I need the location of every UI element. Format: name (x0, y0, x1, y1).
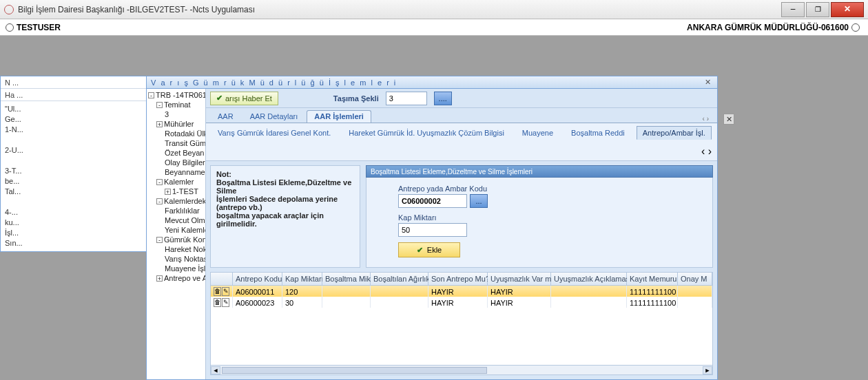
tree-expander-icon[interactable]: - (148, 92, 154, 98)
maximize-button[interactable]: ❐ (806, 2, 829, 17)
tasima-sekli-input[interactable] (386, 92, 427, 105)
subtab-3[interactable]: Boşaltma Reddi (565, 126, 631, 140)
grid-col-header[interactable]: Kap Miktarı (282, 273, 322, 286)
subtab-0[interactable]: Varış Gümrük İdaresi Genel Kont. (211, 126, 337, 140)
subtab-1[interactable]: Hareket Gümrük İd. Uyuşmazlık Çözüm Bilg… (342, 126, 510, 140)
grid-col-header[interactable]: Son Antrepo Mu? (428, 273, 488, 286)
antrepo-kodu-lookup-button[interactable]: ... (470, 194, 488, 208)
tree-expander-icon[interactable]: - (156, 102, 163, 108)
ekle-button[interactable]: ✔Ekle (398, 242, 460, 257)
tree-expander-icon[interactable]: - (156, 179, 163, 185)
tree-item-label: Rotadaki Ülke Kodları (165, 129, 206, 138)
antrepo-kodu-input[interactable] (398, 194, 467, 208)
tree-item[interactable]: -TRB -14TR06160000006605 (148, 90, 204, 100)
tree-item[interactable]: Transit Gümrük İdareleri (148, 138, 204, 148)
tree-item[interactable]: Muayene İşlemleri (148, 264, 204, 273)
row-edit-icon[interactable]: ✎ (222, 298, 229, 307)
grid-cell: HAYIR (488, 297, 551, 308)
subtab-nav-icon[interactable]: ‹ › (701, 145, 712, 158)
tree-item[interactable]: Mevcut Olmayan Kalemler (148, 215, 204, 225)
minimize-button[interactable]: – (781, 2, 805, 17)
note-box: Not: Boşaltma Listesi Ekleme,Düzeltme ve… (210, 165, 360, 268)
tab-aar-detayları[interactable]: AAR Detayları (242, 110, 306, 123)
user-bar: TESTUSER ANKARA GÜMRÜK MÜDÜRLÜĞÜ-061600 (0, 19, 868, 36)
grid-col-header[interactable]: Kayıt Memuru (627, 273, 678, 286)
bg-head2: Ha ... (1, 89, 151, 101)
tree-expander-icon[interactable]: + (156, 275, 163, 282)
tree-expander-icon[interactable]: - (156, 198, 163, 204)
tree-view[interactable]: -TRB -14TR06160000006605-Teminat3+Mühürl… (147, 89, 206, 379)
grid-cell: HAYIR (428, 297, 488, 308)
tree-item-label: 3 (165, 110, 169, 118)
tree-item[interactable]: -Teminat (148, 100, 204, 109)
subtab-4[interactable]: Antrepo/Ambar İşl. (637, 126, 712, 140)
tree-item[interactable]: Rotadaki Ülke Kodları (148, 129, 204, 138)
grid-horizontal-scrollbar[interactable]: ◄ ► (211, 365, 712, 374)
user-label: TESTUSER (17, 23, 61, 32)
row-delete-icon[interactable]: 🗑 (214, 287, 221, 296)
grid-col-header[interactable]: Boşaltılan Ağırlık (371, 273, 428, 286)
antrepo-kodu-label: Antrepo yada Ambar Kodu (398, 184, 681, 193)
tree-item-label: Kalemlerdeki Uyuşmazlıklar (164, 197, 206, 205)
close-button[interactable]: ✕ (831, 2, 864, 17)
tree-item[interactable]: 3 (148, 109, 204, 119)
kap-miktari-input[interactable] (398, 223, 467, 237)
grid-col-actions (211, 273, 233, 286)
table-row[interactable]: 🗑✎A0600002330HAYIRHAYIR11111111100 (211, 297, 712, 308)
tree-item[interactable]: -Gümrük Kontrolleri (148, 235, 204, 244)
tree-item-label: Gümrük Kontrolleri (164, 235, 206, 244)
grid-col-header[interactable]: Onay M (678, 273, 712, 286)
grid-cell (322, 297, 371, 308)
child-close-icon[interactable]: ✕ (703, 78, 713, 87)
bg-line: ku... (5, 218, 147, 228)
tree-item-label: Kalemler (164, 178, 194, 186)
scroll-left-icon[interactable]: ◄ (211, 366, 220, 374)
tree-item[interactable]: -Kalemler (148, 177, 204, 187)
data-grid[interactable]: Antrepo KoduKap MiktarıBoşaltma Mik.Boşa… (210, 272, 713, 375)
row-edit-icon[interactable]: ✎ (222, 287, 229, 296)
tasima-sekli-label: Taşıma Şekli (333, 94, 379, 103)
grid-col-header[interactable]: Uyuşmazlık Var mı? (488, 273, 551, 286)
sub-tabs: Varış Gümrük İdaresi Genel Kont.Hareket … (206, 123, 717, 161)
tree-expander-icon[interactable]: + (156, 121, 163, 127)
tree-item[interactable]: Yeni Kalemler (148, 225, 204, 235)
tree-item[interactable]: Farklılıklar (148, 206, 204, 215)
grid-col-header[interactable]: Boşaltma Mik. (322, 273, 371, 286)
gear-icon[interactable] (6, 23, 14, 32)
tab-nav-icon[interactable]: ‹ › (699, 115, 713, 123)
tree-item[interactable]: +Mühürler (148, 119, 204, 129)
office-label: ANKARA GÜMRÜK MÜDÜRLÜĞÜ-061600 (687, 23, 849, 32)
table-row[interactable]: 🗑✎A06000011120HAYIRHAYIR11111111100 (211, 286, 712, 297)
varisi-haber-et-button[interactable]: ✔arışı Haber Et (210, 92, 278, 105)
grid-cell: A06000023 (233, 297, 282, 308)
tree-item[interactable]: Olay Bilgileri (148, 158, 204, 167)
grid-col-header[interactable]: Uyuşmazlık Açıklaması (551, 273, 627, 286)
scroll-thumb[interactable] (222, 367, 487, 374)
subtab-2[interactable]: Muayene (516, 126, 559, 140)
tab-aar[interactable]: AAR (210, 110, 241, 123)
tree-item[interactable]: +Antrepo ve Ambar İşlemleri (148, 273, 204, 283)
grid-cell: HAYIR (488, 286, 551, 297)
row-delete-icon[interactable]: 🗑 (214, 298, 221, 307)
bg-line: Tal... (5, 187, 147, 197)
scroll-right-icon[interactable]: ► (703, 366, 712, 374)
gear-icon[interactable] (851, 23, 860, 32)
tree-item[interactable]: +1-TEST (148, 187, 204, 196)
tab-aar-i̇şlemleri[interactable]: AAR İşlemleri (307, 110, 371, 123)
tree-item[interactable]: Varış Noktası Kontrolü (148, 254, 204, 264)
child-window-titlebar[interactable]: V a r ı ş G ü m r ü k M ü d ü r l ü ğ ü … (147, 76, 717, 89)
tree-item[interactable]: -Kalemlerdeki Uyuşmazlıklar (148, 196, 204, 206)
grid-cell: A06000011 (233, 286, 282, 297)
tasima-sekli-lookup-button[interactable]: .... (434, 92, 452, 105)
tree-item[interactable]: Hareket Noktası Kontrolü (148, 244, 204, 254)
grid-col-header[interactable]: Antrepo Kodu (233, 273, 282, 286)
grid-cell (371, 297, 428, 308)
tree-expander-icon[interactable]: + (165, 189, 171, 195)
bg-line: Sın... (5, 238, 147, 249)
grid-cell (551, 297, 627, 308)
tree-item-label: 1-TEST (172, 187, 198, 196)
tree-item[interactable]: Özet Beyan Bilgileri (148, 148, 204, 158)
tree-item[interactable]: Beyanname Uyuşmazlıkları (148, 167, 204, 177)
tree-expander-icon[interactable]: - (156, 237, 163, 243)
secondary-close-icon[interactable]: ✕ (723, 114, 734, 125)
